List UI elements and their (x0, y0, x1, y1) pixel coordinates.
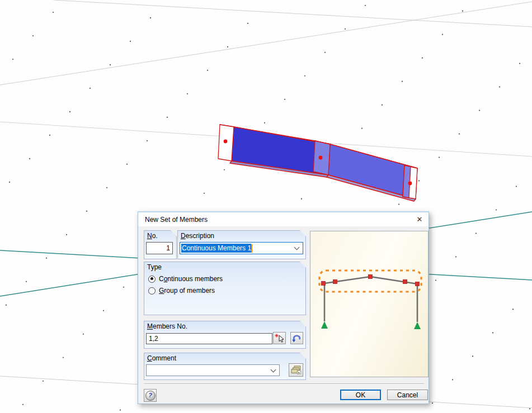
pick-cursor-icon (274, 333, 285, 344)
grid-dot (227, 46, 228, 48)
grid-dot (452, 379, 453, 380)
grid-dot (439, 156, 440, 158)
description-value: Continuous Members 1 (181, 244, 251, 253)
description-group: Description Continuous Members 1 (177, 230, 306, 259)
radio-continuous-members[interactable]: Continuous members (148, 275, 223, 283)
radio-group-of-members[interactable]: Group of members (148, 287, 215, 295)
member-node-dot (408, 182, 412, 186)
grid-dot (324, 52, 326, 53)
grid-dot (9, 182, 10, 183)
type-label: Type (147, 263, 162, 271)
grid-dot (6, 305, 7, 306)
grid-dot (301, 198, 302, 200)
frame-node (416, 282, 420, 286)
cancel-button[interactable]: Cancel (387, 390, 428, 400)
new-set-of-members-dialog: New Set of Members ✕ No. 1 Description C… (138, 211, 429, 404)
grid-dot (63, 357, 64, 358)
frame-member (370, 277, 417, 284)
radio-icon[interactable] (148, 287, 156, 295)
grid-dot (529, 408, 530, 409)
members-group: Members No. 1,2 (144, 321, 306, 349)
grid-dot (418, 180, 420, 181)
grid-dot (512, 308, 514, 310)
grid-dot (29, 158, 30, 159)
comment-list-button[interactable] (289, 363, 303, 377)
grid-dot (499, 86, 500, 87)
grid-dot (422, 58, 423, 59)
help-icon: ? (145, 391, 156, 401)
grid-dot (435, 279, 436, 281)
help-button[interactable]: ? (144, 389, 157, 402)
grid-dot (103, 310, 104, 311)
grid-dot (455, 256, 456, 257)
grid-dot (365, 5, 366, 6)
construction-line (53, 0, 532, 27)
dialog-title: New Set of Members (145, 216, 208, 224)
chevron-down-icon[interactable] (271, 367, 276, 372)
description-combobox[interactable]: Continuous Members 1 (180, 242, 303, 254)
preview-frame-drawing (310, 231, 428, 377)
comment-group: Comment (144, 353, 306, 380)
curved-arrow-icon (291, 333, 303, 344)
close-icon[interactable]: ✕ (411, 212, 429, 226)
grid-dot (432, 402, 433, 403)
grid-dot (472, 355, 473, 357)
grid-dot (167, 117, 168, 118)
grid-dot (46, 258, 47, 259)
grid-dot (130, 41, 131, 42)
grid-dot (49, 135, 50, 136)
grid-dot (187, 93, 188, 94)
grid-dot (69, 111, 70, 112)
grid-dot (304, 75, 305, 77)
grid-dot (361, 128, 362, 129)
grid-dot (32, 35, 34, 36)
frame-node (333, 280, 337, 284)
grid-dot (204, 193, 205, 194)
comment-label: Comment (147, 354, 176, 362)
grid-dot (479, 110, 480, 111)
frame-node (322, 282, 326, 286)
pick-members-button[interactable] (273, 332, 286, 344)
comment-combobox[interactable] (146, 364, 280, 376)
grid-dot (516, 186, 517, 187)
construction-line (0, 2, 532, 85)
grid-dot (402, 81, 403, 82)
grid-dot (284, 99, 285, 100)
grid-dot (12, 59, 13, 60)
grid-dot (442, 34, 443, 35)
grid-dot (398, 203, 399, 205)
grid-dot (26, 281, 27, 282)
grid-dot (492, 332, 493, 333)
grid-dot (123, 287, 124, 288)
grid-dot (53, 12, 54, 13)
no-input[interactable]: 1 (146, 242, 173, 254)
no-value: 1 (166, 244, 170, 252)
radio-label: Group of members (159, 287, 215, 295)
grid-dot (66, 234, 67, 235)
member-node-dot (224, 140, 228, 144)
support-symbol (321, 321, 328, 329)
frame-member (324, 277, 370, 283)
members-input[interactable]: 1,2 (146, 333, 272, 344)
grid-dot (83, 334, 84, 335)
grid-dot (150, 17, 151, 18)
member-node-dot (319, 156, 323, 160)
dialog-titlebar[interactable]: New Set of Members ✕ (138, 212, 429, 226)
grid-dot (126, 164, 128, 165)
frame-node (403, 280, 407, 284)
deselect-members-button[interactable] (290, 332, 303, 344)
radio-icon[interactable] (148, 276, 156, 283)
stacked-comments-icon (290, 364, 302, 376)
preview-panel (310, 231, 429, 377)
ok-button[interactable]: OK (340, 390, 381, 400)
application-window: New Set of Members ✕ No. 1 Description C… (0, 0, 532, 413)
text-caret (251, 244, 252, 253)
grid-dot (345, 29, 346, 30)
chevron-down-icon[interactable] (294, 245, 300, 250)
type-group: Type Continuous members Group of members (144, 262, 306, 315)
grid-dot (247, 23, 248, 24)
no-label: No. (147, 232, 158, 240)
grid-dot (106, 187, 107, 188)
grid-dot (475, 232, 477, 234)
grid-dot (120, 410, 121, 411)
